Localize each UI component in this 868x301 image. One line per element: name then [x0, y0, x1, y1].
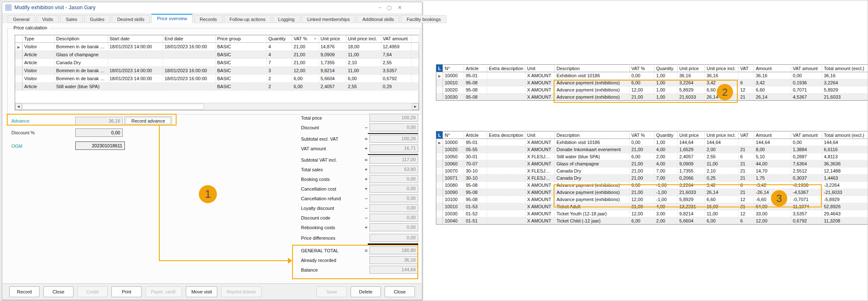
row-header	[436, 160, 443, 168]
column-header-extra-description[interactable]: Extra description	[487, 131, 525, 139]
cell	[163, 82, 215, 90]
title-bar[interactable]: Modify exhibition visit - Jason Gary – ▢…	[2, 2, 422, 13]
table-row[interactable]: 1008095-08X AMOUNTAdvance payment (exhib…	[436, 182, 868, 189]
maximize-icon[interactable]: ▢	[387, 5, 392, 10]
table-row[interactable]: ▶VisitorBommen in de barak (Ticket Ad...…	[15, 42, 419, 50]
tab-visits[interactable]: Visits	[37, 15, 58, 23]
column-header-vat[interactable]: VAT %▼	[292, 35, 319, 42]
tab-records[interactable]: Records	[194, 15, 222, 23]
column-header-vat-amount[interactable]: VAT amount	[791, 131, 822, 139]
tab-linked-memberships[interactable]: Linked memberships	[302, 15, 356, 23]
column-header-n[interactable]: N°	[443, 131, 464, 139]
column-header-unit-price-incl[interactable]: Unit price incl.	[346, 35, 381, 42]
tab-general[interactable]: General	[8, 15, 35, 23]
table-row[interactable]: 1006070-07X AMOUNTGlass of champagne21,0…	[436, 160, 868, 168]
column-header-blank[interactable]	[15, 35, 22, 42]
column-header-l[interactable]: L	[436, 65, 443, 72]
column-header-vat[interactable]: VAT	[739, 65, 754, 72]
table-row[interactable]: ArticleStill water (blue SPA)BASIC26,002…	[15, 82, 419, 90]
table-row[interactable]: 1007130-10X FLESJE ...Canada Dry21,007,0…	[436, 175, 868, 182]
column-header-article[interactable]: Article	[464, 131, 487, 139]
column-header-quantity[interactable]: Quantity	[654, 65, 678, 72]
table-row[interactable]: ▶1000095-01X AMOUNTExhibition visit 1018…	[436, 72, 868, 79]
column-header-unit-price-incl[interactable]: Unit price incl.	[705, 65, 739, 72]
cell: 2	[266, 74, 292, 82]
column-header-n[interactable]: N°	[443, 65, 464, 72]
minimize-icon[interactable]: –	[378, 5, 381, 10]
column-header-unit-price-incl[interactable]: Unit price incl.	[705, 131, 739, 139]
close-button[interactable]: Close	[385, 286, 415, 297]
cell: 44,00	[754, 160, 791, 168]
column-header-vat[interactable]: VAT	[739, 131, 754, 139]
tab-sales[interactable]: Sales	[60, 15, 83, 23]
table-row[interactable]: 1007030-10X FLESJE ...Canada Dry21,007,0…	[436, 168, 868, 175]
column-header-amount[interactable]: Amount	[754, 131, 791, 139]
scroll-right-icon[interactable]: ▶	[412, 103, 419, 110]
cell: 95-08	[464, 79, 487, 86]
delete-button[interactable]: Delete	[351, 286, 381, 297]
column-header-extra-description[interactable]: Extra description	[487, 65, 525, 72]
ogm-field[interactable]	[75, 141, 125, 150]
column-header-vat[interactable]: VAT %	[630, 65, 654, 72]
print-button[interactable]: Print	[111, 286, 142, 297]
table-row[interactable]: 1002095-08X AMOUNTAdvance payment (exhib…	[436, 86, 868, 94]
tab-guides[interactable]: Guides	[84, 15, 110, 23]
table-row[interactable]: ▶1000095-01X AMOUNTExhibition visit 1018…	[436, 139, 868, 146]
column-header-vat-amount[interactable]: VAT amount	[381, 35, 411, 42]
column-header-unit-price[interactable]: Unit price	[319, 35, 346, 42]
table-row[interactable]: 1010095-08X AMOUNTAdvance payment (exhib…	[436, 196, 868, 203]
close-button[interactable]: Close	[43, 286, 74, 297]
table-row[interactable]: 1003095-08X AMOUNTAdvance payment (exhib…	[436, 94, 868, 101]
column-header-start-date[interactable]: Start date	[108, 35, 163, 42]
column-header-unit-price[interactable]: Unit price	[678, 131, 705, 139]
table-row[interactable]: 1002005-55X AMOUNTDonatie Inkomkaart eve…	[436, 146, 868, 153]
table-row[interactable]: VisitorBommen in de barak (Ticket Yo...1…	[15, 66, 419, 74]
tab-follow-up-actions[interactable]: Follow-up actions	[224, 15, 271, 23]
cell: 2,10	[346, 58, 381, 66]
column-header-description[interactable]: Description	[555, 131, 630, 139]
column-header-l[interactable]: L	[436, 131, 443, 139]
table-row[interactable]: 1001095-08X AMOUNTAdvance payment (exhib…	[436, 79, 868, 86]
scroll-left-icon[interactable]: ◀	[15, 103, 22, 110]
column-header-vat-amount[interactable]: VAT amount	[791, 65, 822, 72]
table-row[interactable]: ArticleCanada DryBASIC721,001,73552,102,…	[15, 58, 419, 66]
column-header-unit[interactable]: Unit	[525, 131, 555, 139]
horizontal-scrollbar[interactable]: ◀ ▶	[15, 103, 419, 110]
column-header-blank[interactable]	[411, 35, 419, 42]
tab-additional-skills[interactable]: Additional skills	[357, 15, 399, 23]
table-row[interactable]: 1009095-08X AMOUNTAdvance payment (exhib…	[436, 189, 868, 196]
row-header	[15, 58, 22, 66]
record-button[interactable]: Record	[9, 286, 40, 297]
column-header-vat[interactable]: VAT %	[630, 131, 654, 139]
record-advance-button[interactable]: Record advance	[124, 116, 172, 126]
scrollbar-thumb[interactable]	[22, 104, 204, 110]
table-row[interactable]: 1005030-01X FLESJE ...Still water (blue …	[436, 153, 868, 160]
column-header-total-amount-excl[interactable]: Total amount (excl.)	[822, 131, 868, 139]
tab-price-overview[interactable]: Price overview	[151, 14, 193, 23]
move-visit-button[interactable]: Move visit	[186, 286, 217, 297]
column-header-total-amount-excl[interactable]: Total amount (excl.)	[822, 65, 868, 72]
close-icon[interactable]: ✕	[398, 5, 402, 10]
cell: BASIC	[215, 58, 266, 66]
table-row[interactable]: 1004001-51X AMOUNTTicket Child (-12 jaar…	[436, 217, 868, 225]
column-header-description[interactable]: Description	[54, 35, 108, 42]
tab-logging[interactable]: Logging	[273, 15, 300, 23]
column-header-article[interactable]: Article	[464, 65, 487, 72]
column-header-quantity[interactable]: Quantity	[266, 35, 292, 42]
column-header-unit[interactable]: Unit	[525, 65, 555, 72]
tab-facility-bookings[interactable]: Facility bookings	[401, 15, 446, 23]
column-header-amount[interactable]: Amount	[754, 65, 791, 72]
tab-desired-skills[interactable]: Desired skills	[112, 15, 150, 23]
column-header-end-date[interactable]: End date	[163, 35, 215, 42]
column-header-price-group[interactable]: Price group	[215, 35, 266, 42]
discount-percent-field[interactable]	[75, 128, 123, 137]
table-row[interactable]: ArticleGlass of champagneBASIC421,009,09…	[15, 50, 419, 58]
column-header-description[interactable]: Description	[555, 65, 630, 72]
table-row[interactable]: 1001001-53X AMOUNTTicket Adult21,004,001…	[436, 203, 868, 210]
cell: 1,00	[654, 79, 678, 86]
column-header-unit-price[interactable]: Unit price	[678, 65, 705, 72]
table-row[interactable]: 1003001-52X AMOUNTTicket Youth (12-18 ja…	[436, 210, 868, 217]
column-header-quantity[interactable]: Quantity	[654, 131, 678, 139]
table-row[interactable]: VisitorBommen in de barak (Ticket Ch...1…	[15, 74, 419, 82]
column-header-type[interactable]: Type	[22, 35, 54, 42]
